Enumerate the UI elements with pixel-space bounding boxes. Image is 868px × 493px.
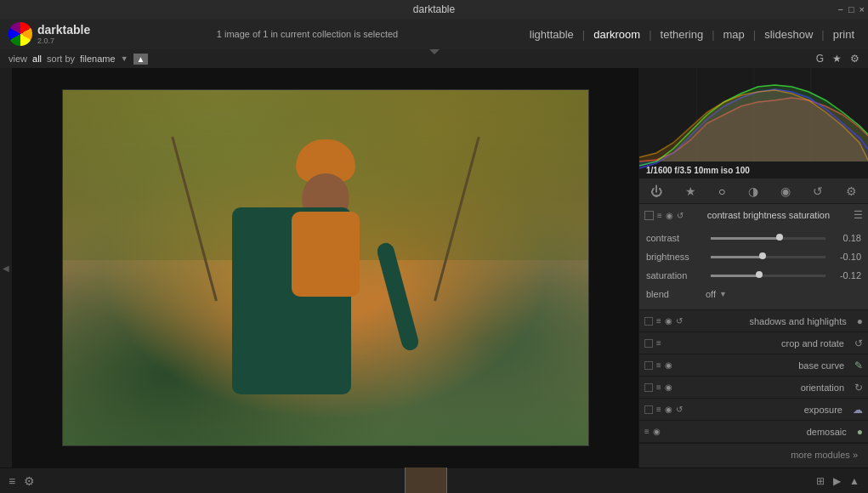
maximize-button[interactable]: □ [848,4,854,14]
module-menu-icon[interactable]: ☰ [854,209,863,221]
more-modules-button[interactable]: more modules » [639,443,868,465]
mod-enable-checkbox[interactable] [644,211,654,220]
filmstrip-area [35,466,816,494]
module-base-curve[interactable]: ≡ ◉ base curve ✎ [639,354,868,377]
window-title: darktable [413,3,455,15]
module-orientation[interactable]: ≡ ◉ orientation ↻ [639,377,868,399]
module-exposure[interactable]: ≡ ◉ ↺ exposure ☁ [639,399,868,421]
ori-module-name: orientation [676,382,851,393]
minimize-button[interactable]: − [837,4,842,14]
ori-mode-icon: ↻ [854,382,863,394]
grid-icon[interactable]: G [816,53,824,65]
close-button[interactable]: × [859,4,865,14]
sort-dropdown-icon[interactable]: ▼ [121,54,128,63]
up-icon[interactable]: ▲ [849,475,859,487]
play-icon[interactable]: ▶ [833,475,841,487]
dem-preview-icon[interactable]: ◉ [653,427,661,436]
ori-preview-icon[interactable]: ◉ [665,382,672,392]
exp-reset-icon[interactable]: ↺ [676,405,683,414]
cr-enable-icon[interactable] [644,339,653,348]
blend-row: blend off ▼ [646,286,861,303]
sh-instance-icon[interactable]: ≡ [656,316,661,326]
sh-mode-icon: ● [857,315,863,327]
tab-dot-icon[interactable]: ◉ [780,184,791,198]
module-contrast-brightness-saturation[interactable]: ≡ ◉ ↺ contrast brightness saturation ☰ c… [639,204,868,310]
exp-preview-icon[interactable]: ◉ [665,405,672,414]
topnav: darktable 2.0.7 1 image of 1 in current … [0,19,868,49]
cr-mode-icon: ↺ [854,337,863,349]
saturation-label: saturation [646,270,706,280]
logo-icon [9,22,32,46]
logo: darktable 2.0.7 [9,22,90,46]
sort-value[interactable]: filename [80,54,116,64]
exp-module-name: exposure [686,405,849,415]
grid-view-icon[interactable]: ⊞ [816,475,825,487]
mod-reset-icon[interactable]: ↺ [677,211,684,220]
menu-icon[interactable]: ≡ [9,474,15,488]
nav-print[interactable]: print [828,28,859,41]
brightness-label: brightness [646,252,706,262]
main-content: ◀ [0,68,868,468]
nav-slideshow[interactable]: slideshow [759,28,818,41]
histogram-canvas [639,68,868,178]
cr-module-name: crop and rotate [665,338,851,348]
tab-circle-icon[interactable]: ○ [718,184,725,198]
module-params: contrast 0.18 brightness -0.10 [639,226,868,309]
sort-direction-button[interactable]: ▲ [133,54,149,65]
bc-preview-icon[interactable]: ◉ [665,360,672,370]
exp-instance-icon[interactable]: ≡ [656,405,661,414]
module-crop-rotate[interactable]: ≡ crop and rotate ↺ [639,332,868,354]
ori-enable-icon[interactable] [644,383,653,392]
bc-enable-icon[interactable] [644,361,653,370]
star-icon[interactable]: ★ [832,53,842,65]
chevron-left-icon: ◀ [3,264,9,273]
nav-links: lighttable | darkroom | tethering | map … [525,28,859,41]
module-name: contrast brightness saturation [687,210,850,220]
brightness-slider[interactable] [711,256,825,258]
cr-instance-icon[interactable]: ≡ [656,338,661,348]
mod-instance-icon[interactable]: ≡ [657,211,662,220]
nav-darkroom[interactable]: darkroom [588,28,645,41]
tab-power-icon[interactable]: ⏻ [650,184,662,198]
bc-instance-icon[interactable]: ≡ [656,360,661,370]
sh-reset-icon[interactable]: ↺ [676,316,683,326]
filmstrip-thumb[interactable] [405,466,447,494]
nav-tethering[interactable]: tethering [655,28,709,41]
bottom-bar: ≡ ⚙ ⊞ ▶ ▲ [0,468,868,493]
tab-refresh-icon[interactable]: ↺ [813,184,823,198]
module-shadows-highlights[interactable]: ≡ ◉ ↺ shadows and highlights ● [639,310,868,332]
nav-map[interactable]: map [718,28,750,41]
saturation-value: -0.12 [831,270,861,280]
bottom-right-controls: ⊞ ▶ ▲ [816,475,859,487]
modules-list: ≡ ◉ ↺ contrast brightness saturation ☰ c… [639,204,868,468]
sh-enable-icon[interactable] [644,317,653,326]
settings-icon[interactable]: ⚙ [850,53,859,65]
nav-lighttable[interactable]: lighttable [525,28,579,41]
all-filter[interactable]: all [32,54,42,64]
left-panel-toggle[interactable]: ◀ [0,68,12,468]
sh-preview-icon[interactable]: ◉ [665,316,672,326]
slideshow-icon[interactable]: ⚙ [24,474,35,488]
tab-halfcircle-icon[interactable]: ◑ [748,184,758,198]
dem-module-name: demosaic [664,427,854,437]
tab-star-icon[interactable]: ★ [685,184,696,198]
contrast-slider[interactable] [711,237,825,240]
mod-preview-icon[interactable]: ◉ [666,211,673,220]
main-photo [62,89,589,446]
bc-module-name: base curve [676,360,851,371]
titlebar: darktable − □ × [0,0,868,19]
sort-label: sort by [47,54,75,64]
collection-info: 1 image of 1 in current collection is se… [90,29,525,39]
module-demosaic[interactable]: ≡ ◉ demosaic ● [639,421,868,443]
tab-gear-icon[interactable]: ⚙ [846,184,857,198]
blend-dropdown-icon[interactable]: ▼ [719,290,727,298]
histogram: 1/1600 f/3.5 10mm iso 100 [639,68,868,178]
exp-mode-icon: ☁ [853,404,863,416]
bc-mode-icon: ✎ [854,360,863,371]
dem-instance-icon[interactable]: ≡ [644,427,650,436]
exp-enable-icon[interactable] [644,405,653,414]
blend-value: off [706,289,716,299]
saturation-slider[interactable] [711,275,825,277]
ori-instance-icon[interactable]: ≡ [656,382,661,392]
image-area [12,68,638,468]
